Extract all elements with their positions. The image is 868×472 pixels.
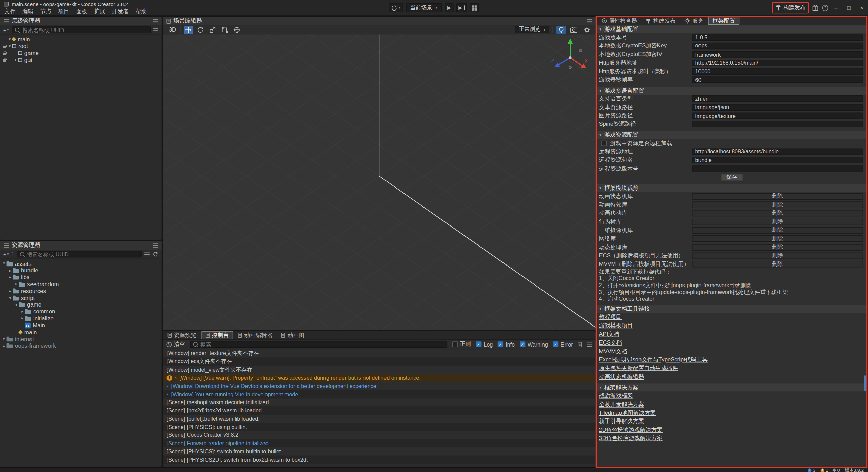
doc-link[interactable]: ECS文档 — [599, 339, 622, 347]
log-row[interactable]: [Scene] Cocos Creator v3.8.2 — [163, 431, 596, 439]
camera-button[interactable] — [569, 26, 578, 34]
info-count-badge[interactable]: i3 — [808, 468, 816, 472]
config-input[interactable] — [692, 157, 863, 163]
lock-icon[interactable] — [3, 58, 6, 62]
preview-compile-button[interactable]: ▾ — [389, 3, 403, 12]
expand-chevron-icon[interactable]: › — [175, 375, 177, 380]
doc-link[interactable]: 3D角色扮演游戏解决方案 — [599, 435, 663, 442]
rect-tool-button[interactable] — [220, 26, 230, 34]
config-input[interactable] — [692, 96, 863, 102]
doc-link[interactable]: Tiledmap地图解决方案 — [599, 409, 656, 417]
tree-row[interactable]: ▾main — [0, 36, 162, 43]
panel-menu-icon[interactable] — [153, 19, 158, 23]
tree-row[interactable]: ▸resources — [0, 288, 162, 294]
tree-row[interactable]: ▸initialize — [0, 315, 162, 322]
step-button[interactable]: ▶ — [456, 3, 467, 12]
log-row[interactable]: [Scene] [PHYSICS]: using builtin. — [163, 423, 596, 431]
log-row[interactable]: !›[Window] [Vue warn]: Property "onInput… — [163, 374, 596, 382]
orientation-gizmo[interactable]: Y X Z — [548, 35, 592, 75]
doc-link[interactable]: Excel格式转Json文件与TypeScript代码工具 — [599, 356, 708, 364]
delete-button[interactable]: 删除 — [692, 252, 863, 259]
log-row[interactable]: ›[Window] You are running Vue in develop… — [163, 390, 596, 398]
config-section-header[interactable]: ▾游戏多语言配置 — [597, 87, 866, 95]
expand-arrow[interactable]: ▸ — [14, 282, 19, 287]
doc-link[interactable]: 新手引导解决方案 — [599, 418, 644, 426]
panel-menu-icon[interactable] — [153, 243, 158, 247]
config-input[interactable] — [692, 165, 863, 172]
doc-link[interactable]: API文档 — [599, 330, 619, 338]
expand-chevron-icon[interactable]: › — [166, 391, 168, 397]
move-tool-button[interactable] — [184, 26, 193, 34]
warning-count-badge[interactable]: !1 — [821, 468, 828, 472]
doc-link[interactable]: 全栈开发解决方案 — [599, 400, 644, 408]
expand-arrow[interactable]: ▸ — [8, 268, 13, 273]
console-tab[interactable]: 动画编辑器 — [234, 331, 276, 339]
log-row[interactable]: [Scene] meshopt wasm decoder initialized — [163, 398, 596, 407]
tree-row[interactable]: ▾game — [0, 301, 162, 308]
config-input[interactable] — [692, 148, 863, 155]
close-button[interactable]: × — [857, 5, 866, 11]
delete-button[interactable]: 删除 — [692, 235, 863, 242]
console-filter-warning[interactable]: ✓Warning — [520, 340, 548, 348]
create-asset-button[interactable]: +▾ — [3, 251, 9, 257]
play-button[interactable]: ▶ — [445, 3, 454, 12]
inspector-tab[interactable]: 框架配置 — [708, 17, 739, 25]
config-input[interactable] — [692, 43, 863, 50]
minimize-button[interactable]: – — [831, 5, 841, 11]
checkbox-icon[interactable] — [452, 341, 457, 347]
world-tool-button[interactable] — [232, 26, 242, 34]
config-input[interactable] — [692, 104, 863, 111]
tree-row[interactable]: ▸common — [0, 308, 162, 315]
menu-item[interactable]: 开发者 — [108, 7, 132, 15]
delete-button[interactable]: 删除 — [692, 218, 863, 225]
log-row[interactable]: [Window] render_texture文件夹不存在 — [163, 349, 596, 357]
delete-button[interactable]: 删除 — [692, 227, 863, 234]
tree-row[interactable]: ▾script — [0, 294, 162, 301]
clear-console-button[interactable]: 清空 — [166, 340, 185, 348]
tree-row[interactable]: ▾root — [0, 43, 162, 50]
checkbox-icon[interactable]: ✓ — [476, 341, 481, 347]
config-input[interactable] — [692, 112, 863, 119]
menu-item[interactable]: 项目 — [55, 7, 73, 15]
inspector-tab[interactable]: 构建发布 — [642, 17, 679, 25]
inspector-tab[interactable]: 服务 — [680, 17, 708, 25]
console-tab[interactable]: 动画图 — [277, 331, 308, 339]
expand-arrow[interactable]: ▸ — [2, 337, 7, 341]
layout-button[interactable] — [470, 3, 479, 12]
console-tab[interactable]: 资源预览 — [164, 331, 200, 339]
config-input[interactable] — [692, 68, 863, 75]
log-row[interactable]: [Scene] [box2d]:box2d wasm lib loaded. — [163, 407, 596, 415]
search-input[interactable] — [27, 251, 138, 257]
menu-item[interactable]: 帮助 — [132, 7, 150, 15]
current-scene-dropdown[interactable]: 当前场景 ▾ — [406, 3, 442, 12]
config-input[interactable] — [692, 60, 863, 66]
doc-link[interactable]: 原生包热更新配置自动生成插件 — [599, 365, 678, 372]
expand-arrow[interactable]: ▸ — [13, 58, 18, 62]
package-icon[interactable] — [812, 4, 819, 11]
light-toggle-button[interactable] — [556, 26, 566, 34]
doc-link[interactable]: 战旗游戏框架 — [599, 392, 633, 400]
scene-settings-button[interactable] — [582, 26, 591, 34]
config-input[interactable] — [692, 121, 863, 127]
panel-menu-icon[interactable] — [587, 342, 592, 346]
config-section-header[interactable]: ▾框架解决方案 — [597, 384, 866, 392]
doc-link[interactable]: MVVM文档 — [599, 348, 627, 355]
doc-link[interactable]: 游戏模板项目 — [599, 322, 633, 330]
help-icon[interactable]: ? — [822, 5, 828, 11]
create-node-button[interactable]: +▾ — [3, 27, 9, 33]
export-log-icon[interactable] — [578, 342, 581, 347]
checkbox-icon[interactable]: ✓ — [498, 341, 503, 347]
scrollbar-thumb[interactable] — [864, 375, 866, 391]
console-tab[interactable]: 控制台 — [201, 331, 233, 339]
tree-row[interactable]: TSMain — [0, 322, 162, 329]
console-filter-log[interactable]: ✓Log — [476, 340, 493, 348]
tree-row[interactable]: main — [0, 329, 162, 336]
remote-load-checkbox[interactable] — [601, 140, 607, 146]
menu-item[interactable]: 面板 — [73, 7, 91, 15]
config-section-header[interactable]: ▾游戏资源配置 — [597, 131, 866, 139]
search-input[interactable] — [22, 27, 147, 33]
build-publish-button[interactable]: 构建发布 — [772, 2, 809, 14]
rotate-tool-button[interactable] — [196, 26, 205, 34]
tree-row[interactable]: game — [0, 50, 162, 57]
config-section-header[interactable]: ▾框架文档工具链接 — [597, 305, 866, 313]
